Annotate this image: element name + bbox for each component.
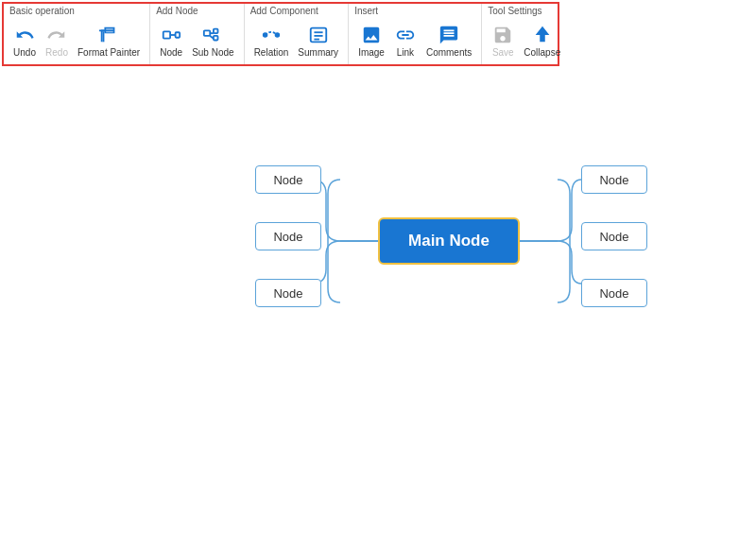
- save-button[interactable]: Save: [488, 22, 518, 60]
- node-button[interactable]: Node: [156, 22, 186, 60]
- summary-label: Summary: [298, 47, 338, 58]
- summary-button[interactable]: Summary: [294, 22, 342, 60]
- svg-rect-6: [214, 28, 218, 33]
- tool-settings-items: Save Collapse: [488, 18, 564, 62]
- redo-button[interactable]: Redo: [42, 22, 72, 60]
- toolbar: Basic operation Undo Redo Format Painter: [2, 2, 559, 66]
- save-icon: [491, 24, 514, 46]
- toolbar-group-add-component: Add Component Relation Summary: [245, 4, 350, 64]
- undo-icon: [13, 24, 36, 46]
- image-button[interactable]: Image: [354, 22, 388, 60]
- relation-icon: [260, 24, 283, 46]
- sub-node-button[interactable]: Sub Node: [188, 22, 237, 60]
- undo-label: Undo: [13, 47, 36, 58]
- image-label: Image: [358, 47, 385, 58]
- svg-rect-0: [106, 28, 112, 33]
- collapse-label: Collapse: [524, 47, 560, 58]
- right-node-2-label: Node: [599, 230, 628, 244]
- collapse-button[interactable]: Collapse: [520, 22, 564, 60]
- toolbar-group-tool-settings: Tool Settings Save Collapse: [482, 4, 570, 64]
- left-node-3[interactable]: Node: [255, 279, 321, 307]
- insert-items: Image Link Comments: [354, 18, 475, 62]
- basic-operation-items: Undo Redo Format Painter: [9, 18, 144, 62]
- save-label: Save: [492, 47, 514, 58]
- right-node-3[interactable]: Node: [581, 279, 647, 307]
- undo-button[interactable]: Undo: [9, 22, 40, 60]
- comments-label: Comments: [426, 47, 472, 58]
- link-label: Link: [397, 47, 414, 58]
- left-node-2-label: Node: [273, 230, 302, 244]
- comments-icon: [438, 24, 460, 46]
- format-painter-label: Format Painter: [77, 47, 140, 58]
- left-node-3-label: Node: [273, 286, 302, 301]
- svg-rect-1: [163, 31, 170, 38]
- collapse-icon: [531, 24, 554, 46]
- svg-rect-4: [204, 30, 210, 36]
- svg-point-10: [276, 33, 280, 37]
- format-painter-button[interactable]: Format Painter: [74, 22, 144, 60]
- image-icon: [360, 24, 383, 46]
- svg-rect-3: [176, 32, 180, 38]
- left-node-2[interactable]: Node: [255, 222, 321, 250]
- main-node[interactable]: Main Node: [378, 217, 520, 265]
- node-label: Node: [160, 47, 182, 58]
- right-node-1-label: Node: [599, 173, 628, 187]
- sub-node-label: Sub Node: [192, 47, 233, 58]
- main-node-label: Main Node: [408, 232, 490, 250]
- right-node-1[interactable]: Node: [581, 165, 647, 194]
- toolbar-group-insert: Insert Image Link Comments: [349, 4, 482, 64]
- toolbar-group-add-node: Add Node Node Sub Node: [150, 4, 244, 64]
- relation-label: Relation: [254, 47, 289, 58]
- left-node-1-label: Node: [273, 173, 302, 187]
- link-icon: [394, 24, 417, 46]
- relation-button[interactable]: Relation: [250, 22, 293, 60]
- add-node-label: Add Node: [156, 6, 237, 16]
- add-component-label: Add Component: [250, 6, 343, 16]
- left-node-1[interactable]: Node: [255, 165, 321, 194]
- right-node-2[interactable]: Node: [581, 222, 647, 250]
- insert-label: Insert: [354, 6, 475, 16]
- mindmap-connections: [0, 71, 756, 552]
- comments-button[interactable]: Comments: [422, 22, 475, 60]
- node-icon: [160, 24, 182, 46]
- format-painter-icon: [97, 24, 120, 46]
- svg-point-9: [264, 33, 267, 37]
- redo-icon: [45, 24, 68, 46]
- mindmap-canvas: Node Node Node Main Node Node Node Node: [0, 71, 756, 552]
- redo-label: Redo: [45, 47, 68, 58]
- add-node-items: Node Sub Node: [156, 18, 237, 62]
- basic-operation-label: Basic operation: [9, 6, 144, 16]
- tool-settings-label: Tool Settings: [488, 6, 564, 16]
- toolbar-group-basic-operation: Basic operation Undo Redo Format Painter: [4, 4, 150, 64]
- summary-icon: [307, 24, 330, 46]
- add-component-items: Relation Summary: [250, 18, 343, 62]
- sub-node-icon: [201, 24, 224, 46]
- right-node-3-label: Node: [599, 286, 628, 301]
- svg-rect-8: [214, 35, 218, 40]
- link-button[interactable]: Link: [390, 22, 421, 60]
